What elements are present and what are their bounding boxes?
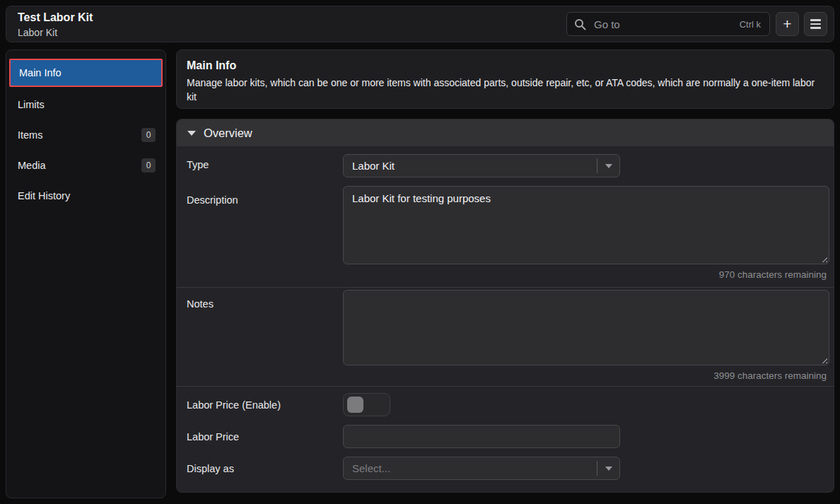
- labor-kit-page: Test Labor Kit Labor Kit Ctrl k + Main I…: [0, 0, 840, 504]
- sidebar-item-items[interactable]: Items 0: [9, 122, 163, 148]
- type-select-value: Labor Kit: [344, 160, 597, 172]
- labor-price-enable-toggle[interactable]: [343, 393, 390, 416]
- menu-button[interactable]: [804, 12, 827, 36]
- display-as-placeholder: Select...: [344, 462, 597, 474]
- description-counter: 970 characters remaining: [719, 269, 827, 280]
- add-button[interactable]: +: [776, 12, 799, 36]
- top-bar: Test Labor Kit Labor Kit Ctrl k +: [6, 6, 834, 42]
- section-divider: [177, 386, 834, 387]
- dropdown-caret-icon: [597, 467, 619, 471]
- search-input[interactable]: [593, 18, 740, 31]
- sidebar-item-edit-history[interactable]: Edit History: [9, 183, 163, 209]
- main-info-header-card: Main Info Manage labor kits, which can b…: [176, 49, 834, 109]
- page-title: Test Labor Kit: [18, 11, 93, 24]
- sidebar-item-limits[interactable]: Limits: [9, 92, 163, 117]
- type-select[interactable]: Labor Kit: [343, 154, 620, 177]
- display-as-label: Display as: [187, 462, 234, 476]
- search-icon: [567, 18, 593, 30]
- section-description: Manage labor kits, which can be one or m…: [187, 76, 822, 104]
- sidebar-item-label: Main Info: [19, 67, 62, 78]
- type-label: Type: [187, 158, 209, 172]
- page-subtitle: Labor Kit: [18, 27, 57, 38]
- chevron-down-icon: [187, 131, 196, 136]
- overview-title: Overview: [204, 127, 252, 140]
- sidebar-item-media[interactable]: Media 0: [9, 153, 163, 178]
- notes-label: Notes: [187, 297, 214, 311]
- labor-price-label: Labor Price: [187, 430, 239, 444]
- section-title: Main Info: [187, 59, 822, 72]
- description-textarea[interactable]: Labor Kit for testing purposes: [343, 186, 829, 264]
- sidebar-item-main-info[interactable]: Main Info: [9, 59, 163, 87]
- notes-textarea[interactable]: [343, 290, 829, 365]
- sidebar-item-label: Items: [18, 129, 42, 141]
- overview-card: Overview Type Labor Kit Description Labo…: [176, 119, 834, 493]
- labor-price-enable-label: Labor Price (Enable): [187, 398, 281, 412]
- labor-price-input[interactable]: [343, 425, 620, 448]
- dropdown-caret-icon: [597, 164, 619, 168]
- toggle-knob: [347, 397, 363, 413]
- search-shortcut: Ctrl k: [740, 19, 769, 30]
- overview-form: Type Labor Kit Description Labor Kit for…: [177, 146, 834, 492]
- items-count-badge: 0: [141, 128, 156, 142]
- section-divider: [177, 287, 834, 288]
- notes-counter: 3999 characters remaining: [713, 370, 827, 381]
- sidebar-item-label: Limits: [18, 99, 45, 110]
- overview-collapse-header[interactable]: Overview: [177, 119, 834, 146]
- sidebar-item-label: Edit History: [18, 190, 70, 201]
- sidebar-item-label: Media: [18, 160, 46, 171]
- display-as-select[interactable]: Select...: [343, 457, 620, 480]
- media-count-badge: 0: [141, 158, 156, 172]
- hamburger-icon: [810, 19, 821, 21]
- sidebar-nav: Main Info Limits Items 0 Media 0 Edit Hi…: [6, 49, 166, 498]
- plus-icon: +: [783, 16, 791, 31]
- goto-search[interactable]: Ctrl k: [566, 12, 770, 36]
- description-label: Description: [187, 193, 238, 207]
